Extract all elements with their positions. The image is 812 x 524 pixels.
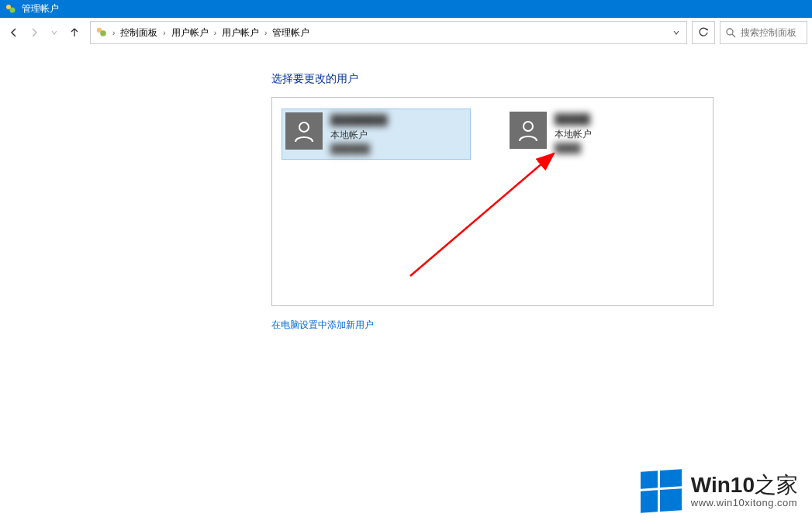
users-container: ████████ 本地帐户 ██████ █████ 本地帐户 ████	[271, 97, 714, 306]
svg-point-7	[523, 122, 533, 131]
back-button[interactable]	[5, 23, 23, 42]
breadcrumb-manage-accounts[interactable]: 管理帐户	[270, 23, 312, 43]
user-card[interactable]: █████ 本地帐户 ████	[506, 109, 696, 160]
forward-button[interactable]	[25, 23, 43, 42]
user-avatar-icon	[285, 112, 323, 150]
watermark-title: Win10之家	[691, 474, 798, 498]
chevron-right-icon[interactable]: ›	[214, 29, 216, 37]
svg-point-1	[10, 7, 16, 12]
app-icon	[5, 3, 17, 16]
user-accounts-icon	[94, 25, 109, 40]
search-icon	[725, 27, 736, 38]
breadcrumb-user-accounts-1[interactable]: 用户帐户	[169, 23, 211, 43]
svg-line-9	[410, 153, 554, 276]
chevron-right-icon[interactable]: ›	[112, 29, 115, 37]
breadcrumb-control-panel[interactable]: 控制面板	[118, 23, 160, 43]
watermark-url: www.win10xitong.com	[691, 498, 798, 508]
recent-dropdown[interactable]	[45, 23, 64, 42]
chevron-right-icon[interactable]: ›	[264, 29, 267, 37]
navigation-bar: › 控制面板 › 用户帐户 › 用户帐户 › 管理帐户 搜索控制面板	[0, 18, 812, 47]
add-user-link[interactable]: 在电脑设置中添加新用户	[271, 319, 374, 332]
window-title: 管理帐户	[22, 2, 59, 16]
user-card[interactable]: ████████ 本地帐户 ██████	[282, 109, 471, 160]
search-input[interactable]: 搜索控制面板	[720, 21, 807, 44]
user-account-type: 本地帐户	[330, 128, 388, 142]
address-bar[interactable]: › 控制面板 › 用户帐户 › 用户帐户 › 管理帐户	[90, 21, 687, 44]
breadcrumb-user-accounts-2[interactable]: 用户帐户	[219, 23, 261, 43]
svg-line-5	[732, 34, 735, 37]
windows-logo-icon	[641, 469, 682, 513]
user-info: █████ 本地帐户 ████	[555, 112, 592, 157]
chevron-right-icon[interactable]: ›	[163, 29, 165, 37]
user-name: █████	[555, 112, 592, 127]
svg-point-3	[100, 30, 106, 36]
page-heading: 选择要更改的用户	[271, 72, 812, 86]
user-extra: ██████	[330, 142, 388, 156]
user-info: ████████ 本地帐户 ██████	[330, 112, 388, 156]
search-placeholder: 搜索控制面板	[741, 26, 796, 40]
watermark: Win10之家 www.win10xitong.com	[641, 471, 798, 512]
content-area: 选择要更改的用户 ████████ 本地帐户 ██████ █	[0, 47, 812, 332]
svg-point-6	[299, 122, 309, 132]
user-avatar-icon	[510, 112, 547, 149]
user-account-type: 本地帐户	[555, 127, 592, 141]
user-name: ████████	[330, 112, 388, 128]
refresh-button[interactable]	[692, 21, 715, 44]
up-button[interactable]	[65, 23, 84, 42]
svg-point-4	[727, 29, 733, 35]
user-extra: ████	[555, 141, 592, 155]
annotation-arrow	[403, 144, 573, 284]
address-dropdown-button[interactable]	[668, 22, 685, 43]
title-bar: 管理帐户	[0, 0, 812, 18]
